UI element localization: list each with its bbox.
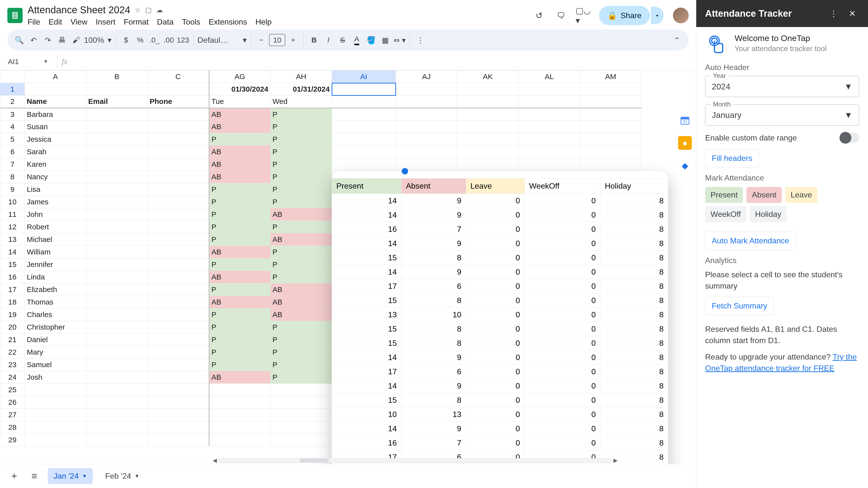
- cell[interactable]: AB: [271, 208, 332, 221]
- format-percent-icon[interactable]: %: [134, 34, 147, 46]
- cell[interactable]: [148, 384, 209, 396]
- strike-icon[interactable]: S: [336, 34, 349, 46]
- cell[interactable]: AB: [209, 171, 271, 183]
- cell[interactable]: [519, 83, 580, 96]
- cell[interactable]: AB: [209, 271, 271, 284]
- col-header-C[interactable]: C: [148, 70, 209, 83]
- cell[interactable]: AB: [209, 158, 271, 171]
- cell[interactable]: [580, 158, 642, 171]
- cell[interactable]: Robert: [25, 221, 86, 233]
- cell[interactable]: [580, 121, 642, 133]
- cloud-icon[interactable]: ☁: [156, 6, 163, 14]
- cell[interactable]: P: [271, 271, 332, 284]
- cell[interactable]: [86, 158, 148, 171]
- cell[interactable]: [86, 321, 148, 333]
- chip-present[interactable]: Present: [705, 187, 743, 203]
- cell[interactable]: Jennifer: [25, 258, 86, 271]
- cell[interactable]: AB: [209, 246, 271, 258]
- cell[interactable]: [148, 359, 209, 371]
- row-header[interactable]: 3: [0, 108, 25, 121]
- cell[interactable]: [86, 196, 148, 208]
- redo-icon[interactable]: ↷: [41, 34, 54, 46]
- addon-close-icon[interactable]: ✕: [845, 9, 859, 19]
- row-header[interactable]: 27: [0, 409, 25, 421]
- increase-decimal-icon[interactable]: .00: [162, 34, 175, 46]
- chip-leave[interactable]: Leave: [785, 187, 817, 203]
- cell[interactable]: AB: [209, 296, 271, 308]
- cell[interactable]: [148, 296, 209, 308]
- row-header[interactable]: 11: [0, 208, 25, 221]
- cell[interactable]: [148, 346, 209, 359]
- bold-icon[interactable]: B: [308, 34, 320, 46]
- col-header-AK[interactable]: AK: [457, 70, 519, 83]
- col-header-AI[interactable]: AI: [332, 70, 396, 83]
- cell[interactable]: William: [25, 246, 86, 258]
- menu-insert[interactable]: Insert: [96, 18, 115, 27]
- cell[interactable]: Elizabeth: [25, 284, 86, 296]
- row-header[interactable]: 22: [0, 346, 25, 359]
- cell[interactable]: [86, 271, 148, 284]
- row-header[interactable]: 10: [0, 196, 25, 208]
- row-header[interactable]: 8: [0, 171, 25, 183]
- fill-color-icon[interactable]: 🪣: [365, 34, 377, 46]
- chip-weekoff[interactable]: WeekOff: [705, 206, 746, 222]
- row-header[interactable]: 7: [0, 158, 25, 171]
- cell[interactable]: [519, 133, 580, 145]
- cell[interactable]: AB: [271, 296, 332, 308]
- cell[interactable]: P: [209, 196, 271, 208]
- col-header-AJ[interactable]: AJ: [396, 70, 457, 83]
- cell[interactable]: [332, 158, 396, 171]
- cell[interactable]: AB: [209, 121, 271, 133]
- cell[interactable]: [86, 83, 148, 96]
- cell[interactable]: AB: [271, 233, 332, 246]
- more-formats[interactable]: 123: [177, 34, 189, 46]
- row-header[interactable]: 6: [0, 145, 25, 158]
- cell[interactable]: P: [209, 183, 271, 196]
- cell[interactable]: [25, 83, 86, 96]
- cell[interactable]: Susan: [25, 121, 86, 133]
- cell[interactable]: [580, 96, 642, 108]
- col-header-AL[interactable]: AL: [519, 70, 580, 83]
- cell[interactable]: [457, 133, 519, 145]
- merge-icon[interactable]: ⇔ ▾: [393, 34, 406, 46]
- cell[interactable]: [271, 434, 332, 446]
- cell[interactable]: Thomas: [25, 296, 86, 308]
- addon-more-icon[interactable]: ⋮: [827, 9, 840, 19]
- cell[interactable]: [86, 284, 148, 296]
- cell[interactable]: [519, 158, 580, 171]
- cell[interactable]: P: [271, 145, 332, 158]
- cell[interactable]: Nancy: [25, 171, 86, 183]
- cell[interactable]: AB: [209, 145, 271, 158]
- cell[interactable]: [519, 108, 580, 121]
- cell[interactable]: Sarah: [25, 145, 86, 158]
- cell[interactable]: [86, 346, 148, 359]
- cell[interactable]: [519, 145, 580, 158]
- cell[interactable]: [580, 108, 642, 121]
- document-title[interactable]: Attendance Sheet 2024: [28, 4, 130, 15]
- cell[interactable]: [148, 233, 209, 246]
- cell[interactable]: [148, 308, 209, 321]
- cell[interactable]: [148, 171, 209, 183]
- menu-help[interactable]: Help: [255, 18, 272, 27]
- sheets-logo-icon[interactable]: [7, 8, 23, 23]
- fill-headers-button[interactable]: Fill headers: [705, 149, 759, 167]
- sheet-tab-jan[interactable]: Jan '24▼: [48, 468, 93, 484]
- cell[interactable]: [209, 434, 271, 446]
- italic-icon[interactable]: I: [322, 34, 335, 46]
- cell[interactable]: P: [271, 321, 332, 333]
- row-header[interactable]: 25: [0, 384, 25, 396]
- cell[interactable]: [396, 96, 457, 108]
- cell[interactable]: [148, 183, 209, 196]
- cell[interactable]: P: [209, 233, 271, 246]
- cell[interactable]: [86, 246, 148, 258]
- font-select[interactable]: Defaul…▾: [197, 35, 247, 45]
- undo-icon[interactable]: ↶: [27, 34, 40, 46]
- cell[interactable]: [148, 333, 209, 346]
- cell[interactable]: John: [25, 208, 86, 221]
- col-header-AG[interactable]: AG: [209, 70, 271, 83]
- cell[interactable]: [86, 421, 148, 434]
- cell[interactable]: P: [209, 258, 271, 271]
- zoom-select[interactable]: 100%▾: [84, 35, 112, 45]
- menu-tools[interactable]: Tools: [182, 18, 200, 27]
- row-header[interactable]: 29: [0, 434, 25, 446]
